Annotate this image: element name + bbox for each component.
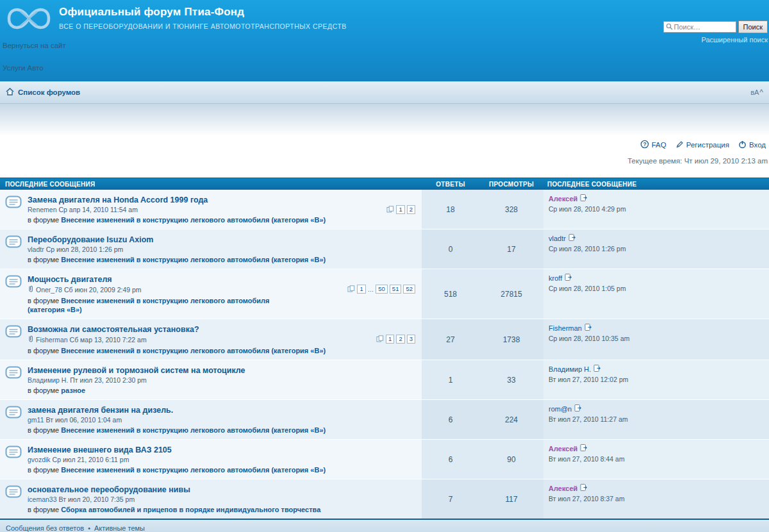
goto-last-post-icon[interactable] <box>593 364 602 374</box>
replies-count: 0 <box>422 229 479 269</box>
last-post-author-link[interactable]: Алексей <box>549 485 577 492</box>
topic-list: Замена двигателя на Honda Accord 1999 го… <box>0 190 769 519</box>
attachment-icon <box>28 335 34 345</box>
multipage-icon <box>347 285 355 294</box>
topic-icon <box>5 366 22 395</box>
forum-link[interactable]: Внесение изменений в конструкцию легково… <box>61 256 326 263</box>
home-icon[interactable] <box>6 88 14 97</box>
views-count: 1738 <box>479 319 543 360</box>
in-forum-label: в форуме <box>28 387 59 394</box>
topic-post-date: Сб мар 13, 2010 7:22 am <box>70 336 147 344</box>
table-row: Изменение рулевой и тормозной систем на … <box>0 360 769 399</box>
font-size-label: вА <box>750 88 759 96</box>
topic-author-link[interactable]: vladtr <box>28 245 44 254</box>
search-button[interactable]: Поиск <box>738 21 768 33</box>
faq-link[interactable]: ? FAQ <box>640 140 666 150</box>
last-post-author-link[interactable]: Алексей <box>549 195 577 203</box>
views-count: 33 <box>479 360 543 399</box>
topic-author-link[interactable]: gvozdik <box>28 456 51 464</box>
last-post-author-link[interactable]: Владимир Н. <box>549 365 591 373</box>
goto-last-post-icon[interactable] <box>584 323 593 333</box>
recent-messages-header: ПОСЛЕДНИЕ СООБЩЕНИЯ ОТВЕТЫ ПРОСМОТРЫ ПОС… <box>0 178 769 190</box>
unanswered-posts-link[interactable]: Сообщения без ответов <box>6 524 84 532</box>
svg-text:?: ? <box>643 141 646 147</box>
separator-dot: • <box>88 524 90 532</box>
table-row: Изменение внешнего вида ВАЗ 2105 gvozdik… <box>0 439 769 479</box>
forum-link[interactable]: Внесение изменений в конструкцию легково… <box>61 216 326 224</box>
topic-author-link[interactable]: Renemen <box>28 206 57 214</box>
last-post-author-link[interactable]: Алексей <box>549 445 577 453</box>
topic-author-link[interactable]: gm11 <box>28 416 44 424</box>
replies-count: 518 <box>422 269 479 319</box>
last-post-date: Вт июл 27, 2010 11:27 am <box>549 415 765 423</box>
power-icon <box>738 140 747 150</box>
forum-link[interactable]: Сборка автомобилей и прицепов в порядке … <box>61 506 320 513</box>
goto-last-post-icon[interactable] <box>580 483 588 493</box>
page-jump-button[interactable]: 2 <box>396 335 404 344</box>
goto-last-post-icon[interactable] <box>565 273 573 283</box>
last-post-date: Ср июл 28, 2010 10:35 am <box>549 335 765 342</box>
goto-last-post-icon[interactable] <box>574 404 583 413</box>
page-title: Официальный форум Птиа-Фонд <box>59 6 347 19</box>
replies-count: 6 <box>422 440 479 479</box>
topic-author-link[interactable]: iceman33 <box>28 495 57 504</box>
forum-link[interactable]: Внесение изменений в конструкцию легково… <box>61 466 326 474</box>
topic-author-link[interactable]: Oner_78 <box>36 286 62 294</box>
page-jump-button[interactable]: 2 <box>407 205 415 214</box>
last-post-author-link[interactable]: Fisherman <box>549 324 582 332</box>
last-post-author-link[interactable]: rom@n <box>549 405 572 413</box>
font-size-widget[interactable]: вА^ <box>750 88 763 96</box>
page-jump-button[interactable]: 52 <box>403 285 415 294</box>
topic-title-link[interactable]: Переоборудование Isuzu Axiom <box>28 235 153 245</box>
views-count: 224 <box>479 400 543 439</box>
views-count: 27815 <box>479 269 543 319</box>
topic-title-link[interactable]: основательное переоборудование нивы <box>28 485 190 495</box>
views-count: 117 <box>479 479 543 519</box>
forum-link[interactable]: Внесение изменений в конструкцию легково… <box>61 426 326 434</box>
topic-author-link[interactable]: Владимир Н. <box>28 376 68 385</box>
site-logo-icon[interactable] <box>5 3 53 37</box>
active-topics-link[interactable]: Активные темы <box>94 524 145 532</box>
topic-title-link[interactable]: Изменение внешнего вида ВАЗ 2105 <box>28 445 172 455</box>
forum-link[interactable]: Внесение изменений в конструкцию легково… <box>61 347 326 354</box>
forum-link[interactable]: Внесение изменений в конструкцию легково… <box>28 297 269 313</box>
topic-title-link[interactable]: Возможна ли самостоятельная установка? <box>28 324 199 335</box>
views-count: 17 <box>479 229 543 269</box>
pagination-ellipsis: … <box>368 286 374 293</box>
forum-link[interactable]: разное <box>61 387 85 394</box>
page-jump-button[interactable]: 1 <box>357 285 365 294</box>
recent-messages-board: ПОСЛЕДНИЕ СООБЩЕНИЯ ОТВЕТЫ ПРОСМОТРЫ ПОС… <box>0 178 769 520</box>
goto-last-post-icon[interactable] <box>580 444 588 453</box>
topic-title-link[interactable]: Мощность двигателя <box>28 274 112 285</box>
page-jump-button[interactable]: 3 <box>407 335 415 344</box>
goto-last-post-icon[interactable] <box>568 233 577 243</box>
topic-icon <box>5 325 22 355</box>
in-forum-label: в форуме <box>28 347 59 354</box>
in-forum-label: в форуме <box>28 216 59 224</box>
attachment-icon <box>28 285 34 295</box>
page-jump-button[interactable]: 51 <box>390 285 402 294</box>
advanced-search-link[interactable]: Расширенный поиск <box>663 36 768 44</box>
last-post-author-link[interactable]: kroff <box>549 274 562 282</box>
register-link[interactable]: Регистрация <box>675 140 729 150</box>
section-title: ПОСЛЕДНИЕ СООБЩЕНИЯ <box>0 181 422 188</box>
current-time: Текущее время: Чт июл 29, 2010 2:13 am <box>0 150 769 165</box>
search-input[interactable] <box>674 23 733 31</box>
topic-icon <box>5 445 22 474</box>
page-jump-button[interactable]: 1 <box>386 335 394 344</box>
table-row: Возможна ли самостоятельная установка? F… <box>0 319 769 360</box>
login-link[interactable]: Вход <box>738 140 766 150</box>
nav-link-back-to-site[interactable]: Вернуться на сайт <box>3 42 66 49</box>
topic-title-link[interactable]: Замена двигателя на Honda Accord 1999 го… <box>28 195 208 205</box>
page-jump-button[interactable]: 50 <box>376 285 388 294</box>
topic-title-link[interactable]: Изменение рулевой и тормозной систем на … <box>28 365 245 376</box>
topic-title-link[interactable]: замена двигателя бензин на дизель. <box>28 405 173 415</box>
topic-post-date: Пт июл 23, 2010 2:30 pm <box>70 376 147 385</box>
goto-last-post-icon[interactable] <box>580 194 588 203</box>
topic-author-link[interactable]: Fisherman <box>36 336 68 344</box>
nav-link-auto-services[interactable]: Услуги Авто <box>3 64 44 72</box>
last-post-author-link[interactable]: vladtr <box>549 235 566 242</box>
topic-icon <box>5 485 22 514</box>
breadcrumb-board-index-link[interactable]: Список форумов <box>18 88 80 96</box>
page-jump-button[interactable]: 1 <box>396 205 404 214</box>
